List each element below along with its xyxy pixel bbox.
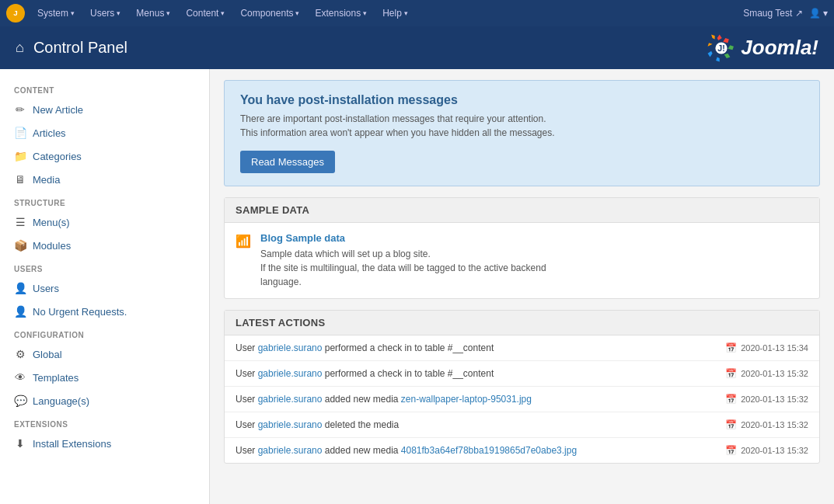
media-icon: 🖥 <box>14 173 26 186</box>
action-user-link[interactable]: gabriele.surano <box>258 419 323 430</box>
calendar-icon: 📅 <box>725 368 737 379</box>
sidebar-item-global[interactable]: ⚙ Global <box>0 342 209 366</box>
nav-extensions[interactable]: Extensions ▾ <box>309 5 373 22</box>
sidebar-item-languages[interactable]: 💬 Language(s) <box>0 389 209 412</box>
sidebar-item-no-urgent[interactable]: 👤 No Urgent Requests. <box>0 300 209 323</box>
title-area: ⌂ Control Panel <box>16 39 127 57</box>
folder-icon: 📁 <box>14 150 26 162</box>
action-media-link[interactable]: zen-wallpaper-laptop-95031.jpg <box>401 394 532 405</box>
user-site-link[interactable]: Smaug Test ↗ <box>743 8 803 19</box>
caret-icon: ▾ <box>363 9 367 17</box>
joomla-logo-icon[interactable]: J <box>6 4 25 23</box>
nav-components[interactable]: Components ▾ <box>234 5 305 22</box>
post-install-line2: This information area won't appear when … <box>240 127 804 138</box>
action-text: User gabriele.surano added new media zen… <box>236 394 716 405</box>
action-user-link[interactable]: gabriele.surano <box>258 445 323 456</box>
caret-icon: ▾ <box>404 9 408 17</box>
svg-text:J!: J! <box>718 43 725 52</box>
joomla-brand: J! Joomla! <box>707 33 818 63</box>
home-icon: ⌂ <box>16 40 24 56</box>
user2-icon: 👤 <box>14 305 26 318</box>
action-user-link[interactable]: gabriele.surano <box>258 368 323 379</box>
sidebar-item-modules[interactable]: 📦 Modules <box>0 234 209 257</box>
nav-help[interactable]: Help ▾ <box>376 5 414 22</box>
sidebar-item-new-article[interactable]: ✏ New Article <box>0 98 209 121</box>
nav-system[interactable]: System ▾ <box>31 5 81 22</box>
caret-icon: ▾ <box>117 9 120 17</box>
nav-content[interactable]: Content ▾ <box>180 5 231 22</box>
sample-data-desc1: Sample data which will set up a blog sit… <box>260 249 431 259</box>
calendar-icon: 📅 <box>725 445 737 456</box>
latest-actions-panel: LATEST ACTIONS User gabriele.surano perf… <box>224 310 820 464</box>
action-time: 📅 2020-01-13 15:34 <box>725 342 808 353</box>
action-row: User gabriele.surano added new media zen… <box>225 387 819 412</box>
sidebar-item-install-extensions[interactable]: ⬇ Install Extensions <box>0 432 209 455</box>
sidebar-item-media[interactable]: 🖥 Media <box>0 168 209 191</box>
sidebar-item-templates[interactable]: 👁 Templates <box>0 366 209 389</box>
wifi-icon: 📶 <box>236 234 251 249</box>
sample-data-panel: SAMPLE DATA 📶 Blog Sample data Sample da… <box>224 197 820 299</box>
sample-data-item: 📶 Blog Sample data Sample data which wil… <box>236 232 808 289</box>
sidebar-section-extensions: EXTENSIONS <box>0 412 209 432</box>
action-text: User gabriele.surano performed a check i… <box>236 368 716 379</box>
top-navigation: J System ▾ Users ▾ Menus ▾ Content ▾ Com… <box>0 0 834 26</box>
language-icon: 💬 <box>14 395 26 407</box>
action-row: User gabriele.surano added new media 408… <box>225 438 819 463</box>
sidebar-item-users[interactable]: 👤 Users <box>0 276 209 300</box>
sidebar: CONTENT ✏ New Article 📄 Articles 📁 Categ… <box>0 69 210 504</box>
sample-data-desc2: If the site is multilingual, the data wi… <box>260 262 546 273</box>
sample-data-content: Blog Sample data Sample data which will … <box>260 232 546 289</box>
external-link-icon: ↗ <box>795 8 803 19</box>
caret-icon: ▾ <box>295 9 299 17</box>
gear-icon: ⚙ <box>14 348 26 360</box>
action-text: User gabriele.surano added new media 408… <box>236 445 716 456</box>
latest-actions-header: LATEST ACTIONS <box>225 311 819 335</box>
joomla-star-icon: J! <box>707 33 736 63</box>
nav-right-area: Smaug Test ↗ 👤 ▾ <box>743 8 828 19</box>
pencil-icon: ✏ <box>14 103 26 116</box>
action-user-link[interactable]: gabriele.surano <box>258 394 323 405</box>
download-icon: ⬇ <box>14 437 26 450</box>
post-install-box: You have post-installation messages Ther… <box>224 80 820 186</box>
calendar-icon: 📅 <box>725 342 737 353</box>
page-title: Control Panel <box>33 39 127 57</box>
module-icon: 📦 <box>14 239 26 252</box>
sidebar-section-structure: STRUCTURE <box>0 191 209 210</box>
user-icon: 👤 <box>14 282 26 294</box>
action-time: 📅 2020-01-13 15:32 <box>725 394 808 405</box>
caret-icon: ▾ <box>71 9 75 17</box>
eye-icon: 👁 <box>14 371 26 384</box>
header-bar: ⌂ Control Panel J! Joomla! <box>0 26 834 69</box>
sidebar-item-menus[interactable]: ☰ Menu(s) <box>0 210 209 234</box>
action-text: User gabriele.surano deleted the media <box>236 419 716 430</box>
action-user-link[interactable]: gabriele.surano <box>258 342 323 353</box>
svg-text:J: J <box>13 9 18 17</box>
action-time: 📅 2020-01-13 15:32 <box>725 445 808 456</box>
menu-icon: ☰ <box>14 216 26 228</box>
action-time: 📅 2020-01-13 15:32 <box>725 368 808 379</box>
sample-data-header: SAMPLE DATA <box>225 198 819 223</box>
sample-data-body: 📶 Blog Sample data Sample data which wil… <box>225 223 819 298</box>
sidebar-section-configuration: CONFIGURATION <box>0 323 209 342</box>
read-messages-button[interactable]: Read Messages <box>240 151 335 173</box>
action-media-link[interactable]: 4081fb3a64ef78bba1919865d7e0abe3.jpg <box>401 445 577 456</box>
post-install-title: You have post-installation messages <box>240 93 804 107</box>
nav-users[interactable]: Users ▾ <box>84 5 127 22</box>
calendar-icon: 📅 <box>725 419 737 430</box>
user-menu[interactable]: 👤 ▾ <box>809 8 828 19</box>
action-time: 📅 2020-01-13 15:32 <box>725 419 808 430</box>
nav-menus[interactable]: Menus ▾ <box>130 5 176 22</box>
calendar-icon: 📅 <box>725 394 737 405</box>
action-row: User gabriele.surano deleted the media 📅… <box>225 412 819 438</box>
content-area: You have post-installation messages Ther… <box>210 69 834 504</box>
action-text: User gabriele.surano performed a check i… <box>236 342 716 353</box>
caret-icon: ▾ <box>221 9 225 17</box>
article-icon: 📄 <box>14 127 26 139</box>
caret-icon: ▾ <box>166 9 170 17</box>
sidebar-item-articles[interactable]: 📄 Articles <box>0 121 209 144</box>
sidebar-section-content: CONTENT <box>0 78 209 98</box>
sidebar-item-categories[interactable]: 📁 Categories <box>0 144 209 168</box>
post-install-line1: There are important post-installation me… <box>240 113 804 124</box>
sample-data-link[interactable]: Blog Sample data <box>260 232 546 244</box>
action-row: User gabriele.surano performed a check i… <box>225 335 819 361</box>
